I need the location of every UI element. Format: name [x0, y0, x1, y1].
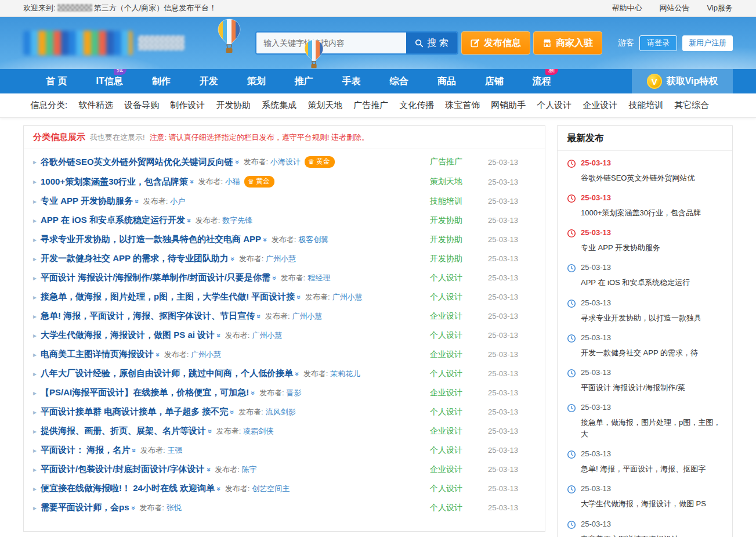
publisher-link[interactable]: 广州小慧 — [292, 311, 323, 322]
listing-title-link[interactable]: 八年大厂设计经验，原创自由设计师，跳过中间商，个人低价接单 — [41, 368, 293, 379]
listing-title-link[interactable]: 平面设计接单群 电商设计接单，单子超多 接不完 — [41, 406, 228, 417]
row-category-link[interactable]: 个人设计 — [430, 292, 480, 302]
category-link[interactable]: 文化传播 — [399, 100, 434, 111]
nav-item[interactable]: 综合 — [375, 69, 423, 93]
row-category-link[interactable]: 开发协助 — [430, 254, 480, 264]
listing-title-link[interactable]: 专业 APP 开发协助服务 — [41, 196, 133, 207]
listing-title-link[interactable]: 便宜接在线做海报啦!！ 24小时在线 欢迎询单 — [41, 483, 215, 494]
row-category-link[interactable]: 开发协助 — [430, 235, 480, 245]
category-link[interactable]: 软件精选 — [78, 100, 113, 111]
publisher-link[interactable]: 广州小慧 — [252, 330, 282, 341]
nav-item[interactable]: 首 页 — [31, 69, 81, 93]
latest-title-link[interactable]: 开发一款健身社交 APP 的需求，待 — [581, 347, 698, 359]
category-link[interactable]: 技能培训 — [628, 100, 663, 111]
search-input[interactable] — [256, 33, 406, 53]
latest-title-link[interactable]: 1000+策划案涵盖30行业，包含品牌 — [581, 207, 701, 219]
listing-title-link[interactable]: 1000+策划案涵盖30行业，包含品牌策 — [41, 176, 188, 188]
category-link[interactable]: 广告推广 — [353, 100, 388, 111]
latest-title-link[interactable]: 电商美工主图详情页海报设计 — [581, 534, 679, 537]
nav-item[interactable]: 流程新 — [518, 69, 566, 93]
row-category-link[interactable]: 广告推广 — [430, 157, 480, 167]
publish-info-button[interactable]: 发布信息 — [461, 31, 530, 55]
publisher-link[interactable]: 小猫 — [225, 176, 240, 187]
search-button[interactable]: 搜 索 — [406, 33, 457, 53]
listing-title-link[interactable]: 寻求专业开发协助，以打造一款独具特色的社交电商 APP — [41, 234, 261, 245]
publisher-link[interactable]: 茉莉花儿 — [330, 369, 360, 379]
publisher-link[interactable]: 广州小慧 — [332, 292, 363, 302]
publisher-link[interactable]: 小海设计 — [270, 157, 301, 167]
nav-item[interactable]: IT信息抢 — [81, 69, 137, 93]
row-category-link[interactable]: 企业设计 — [430, 388, 480, 398]
vip-privilege-button[interactable]: V 获取Vip特权 — [632, 69, 733, 93]
publisher-link[interactable]: 凌霜剑侠 — [243, 426, 273, 437]
latest-title-link[interactable]: 接急单，做海报，图片处理，p图，主图，大 — [581, 417, 723, 440]
nav-item[interactable]: 制作 — [138, 69, 185, 93]
latest-title-link[interactable]: 专业 APP 开发协助服务 — [581, 242, 660, 254]
listing-title-link[interactable]: 开发一款健身社交 APP 的需求，待专业团队助力 — [41, 253, 229, 264]
row-category-link[interactable]: 企业设计 — [430, 349, 480, 360]
listing-subtitle[interactable]: 我也要在这展示! — [90, 132, 145, 143]
row-category-link[interactable]: 个人设计 — [430, 484, 480, 494]
nav-item[interactable]: 商品 — [423, 69, 471, 93]
publisher-link[interactable]: 王强 — [168, 445, 183, 456]
latest-title-link[interactable]: 急单! 海报，平面设计，海报、抠图字 — [581, 463, 706, 475]
row-category-link[interactable]: 开发协助 — [430, 215, 480, 226]
topbar-link[interactable]: Vip服务 — [707, 3, 733, 13]
latest-title-link[interactable]: 寻求专业开发协助，以打造一款独具 — [581, 312, 701, 324]
category-link[interactable]: 企业设计 — [583, 100, 617, 111]
listing-title-link[interactable]: APP 在 iOS 和安卓系统稳定运行开发 — [41, 215, 185, 226]
row-category-link[interactable]: 企业设计 — [430, 311, 480, 322]
listing-title-link[interactable]: 接急单，做海报，图片处理，p图，主图，大学生代做! 平面设计接 — [41, 291, 295, 302]
row-category-link[interactable]: 企业设计 — [430, 426, 480, 437]
latest-title-link[interactable]: 大学生代做海报，海报设计，做图 PS — [581, 498, 706, 510]
row-category-link[interactable]: 技能培训 — [430, 196, 480, 207]
latest-title-link[interactable]: 谷歌外链SEO英文外链外贸网站优 — [581, 172, 694, 184]
listing-title-link[interactable]: 谷歌外链SEO英文外链外贸网站优化关键词反向链 — [41, 157, 233, 168]
latest-title-link[interactable]: APP 在 iOS 和安卓系统稳定运行 — [581, 277, 690, 289]
publisher-link[interactable]: 陈宇 — [242, 464, 257, 475]
listing-title-link[interactable]: 电商美工主图详情页海报设计 — [41, 349, 154, 360]
row-category-link[interactable]: 个人设计 — [430, 273, 480, 283]
publisher-link[interactable]: 广州小慧 — [266, 254, 296, 264]
merchant-join-button[interactable]: 商家入驻 — [533, 31, 602, 55]
publisher-link[interactable]: 程经理 — [308, 273, 330, 283]
category-link[interactable]: 珠宝首饰 — [445, 100, 480, 111]
publisher-link[interactable]: 创艺空间主 — [252, 484, 290, 494]
listing-title-link[interactable]: 提供海报、画册、折页、展架、名片等设计 — [41, 426, 206, 437]
topbar-link[interactable]: 帮助中心 — [612, 3, 642, 13]
site-logo[interactable] — [23, 31, 197, 55]
publisher-link[interactable]: 数字先锋 — [222, 215, 252, 226]
listing-title-link[interactable]: 急单! 海报，平面设计，海报、抠图字体设计、节日宣传 — [41, 311, 255, 322]
publisher-link[interactable]: 晋影 — [287, 388, 302, 398]
publisher-link[interactable]: 小户 — [170, 196, 185, 207]
nav-item[interactable]: 开发 — [185, 69, 233, 93]
publisher-link[interactable]: 张悦 — [167, 503, 182, 513]
category-link[interactable]: 系统集成 — [262, 100, 296, 111]
category-link[interactable]: 网销助手 — [491, 100, 526, 111]
category-link[interactable]: 个人设计 — [537, 100, 571, 111]
row-category-link[interactable]: 个人设计 — [430, 407, 480, 417]
login-button[interactable]: 请登录 — [639, 35, 677, 51]
nav-item[interactable]: 推广 — [280, 69, 328, 93]
publisher-link[interactable]: 广州小慧 — [191, 349, 221, 360]
nav-item[interactable]: 策划 — [233, 69, 280, 93]
category-link[interactable]: 策划天地 — [308, 100, 342, 111]
category-link[interactable]: 开发协助 — [216, 100, 251, 111]
listing-title-link[interactable]: 需要平面设计师，会ps — [41, 502, 129, 513]
category-link[interactable]: 其它综合 — [674, 100, 709, 111]
latest-title-link[interactable]: 平面设计 海报设计/海报制作/菜 — [581, 382, 685, 394]
category-link[interactable]: 制作设计 — [170, 100, 205, 111]
listing-title-link[interactable]: 平面设计： 海报，名片 — [41, 445, 130, 456]
topbar-link[interactable]: 网站公告 — [659, 3, 689, 13]
publisher-link[interactable]: 流风剑影 — [266, 407, 296, 417]
row-category-link[interactable]: 个人设计 — [430, 503, 480, 513]
register-button[interactable]: 新用户注册 — [682, 35, 733, 51]
category-link[interactable]: 设备导购 — [124, 100, 159, 111]
listing-title-link[interactable]: 平面设计 海报设计/海报制作/菜单制作/封面设计/只要是你需 — [41, 272, 270, 283]
row-category-link[interactable]: 个人设计 — [430, 330, 480, 341]
publisher-link[interactable]: 极客创翼 — [298, 235, 328, 245]
row-category-link[interactable]: 个人设计 — [430, 369, 480, 379]
row-category-link[interactable]: 策划天地 — [430, 176, 480, 187]
row-category-link[interactable]: 企业设计 — [430, 464, 480, 475]
nav-item[interactable]: 店铺 — [471, 69, 518, 93]
